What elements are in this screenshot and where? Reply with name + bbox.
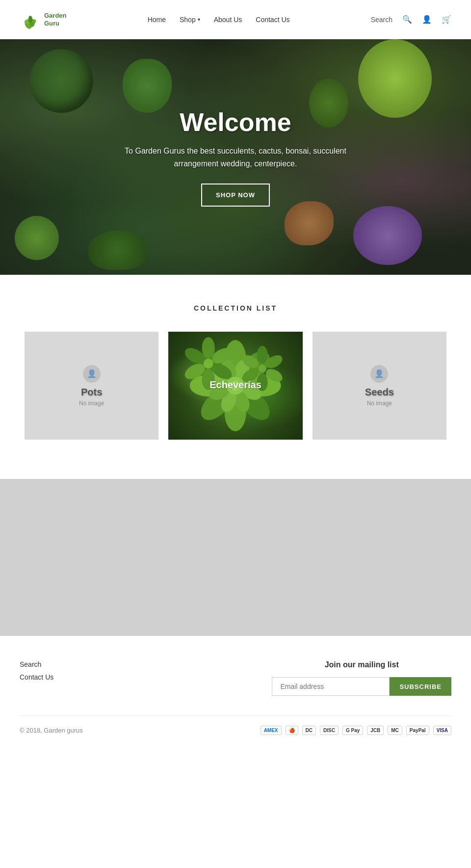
svg-point-3 xyxy=(25,20,28,24)
hero-content: Welcome To Garden Gurus the best succule… xyxy=(123,107,348,207)
footer-bottom: © 2018, Garden gurus AMEX 🍎 DC DISC G Pa… xyxy=(20,715,451,735)
svg-point-23 xyxy=(202,337,215,359)
collection-label-echeverias: Echeverías xyxy=(209,379,262,391)
hero-section: Welcome To Garden Gurus the best succule… xyxy=(0,39,471,275)
svg-point-4 xyxy=(33,19,36,23)
footer-top: Search Contact Us Join our mailing list … xyxy=(20,660,451,696)
payment-visa: VISA xyxy=(433,726,451,735)
collection-section: COLLECTION LIST Pots No image xyxy=(0,275,471,479)
collection-title: COLLECTION LIST xyxy=(20,304,451,312)
payment-discover: DISC xyxy=(320,726,339,735)
payment-paypal: PayPal xyxy=(406,726,429,735)
cactus-decoration-2 xyxy=(123,59,172,113)
svg-point-30 xyxy=(257,346,268,364)
cart-icon[interactable]: 🛒 xyxy=(442,15,451,24)
collection-label-pots: Pots xyxy=(81,387,102,398)
payment-amex: AMEX xyxy=(261,726,282,735)
mailing-title: Join our mailing list xyxy=(272,660,451,669)
footer-link-contact[interactable]: Contact Us xyxy=(20,673,53,681)
collection-card-pots[interactable]: Pots No image xyxy=(25,332,158,440)
no-image-icon-pots xyxy=(83,365,101,383)
nav-shop-link[interactable]: Shop xyxy=(180,16,196,24)
collection-label-seeds: Seeds xyxy=(365,387,394,398)
copyright-text: © 2018, Garden gurus xyxy=(20,727,83,734)
site-header: Garden Guru Home Shop ▾ About Us Contact… xyxy=(0,0,471,39)
svg-point-29 xyxy=(204,359,213,368)
no-image-icon-seeds xyxy=(370,365,388,383)
nav-shop[interactable]: Shop ▾ xyxy=(180,16,200,24)
email-input[interactable] xyxy=(272,677,390,696)
mailing-section: Join our mailing list SUBSCRIBE xyxy=(272,660,451,696)
subscribe-button[interactable]: SUBSCRIBE xyxy=(390,677,451,696)
hero-subtitle: To Garden Gurus the best succulents, cac… xyxy=(123,145,348,170)
header-right: Search 🔍 👤 🛒 xyxy=(371,15,451,24)
payment-jcb: JCB xyxy=(367,726,384,735)
cactus-decoration-7 xyxy=(353,206,422,265)
mailing-form: SUBSCRIBE xyxy=(272,677,451,696)
hero-title: Welcome xyxy=(123,107,348,137)
payment-gpay: G Pay xyxy=(342,726,363,735)
chevron-down-icon: ▾ xyxy=(198,17,200,22)
cactus-decoration-4 xyxy=(15,216,59,260)
collection-sublabel-pots: No image xyxy=(79,400,104,407)
site-footer: Search Contact Us Join our mailing list … xyxy=(0,636,471,750)
user-icon[interactable]: 👤 xyxy=(422,15,432,24)
gray-banner-section xyxy=(0,479,471,636)
payment-apple: 🍎 xyxy=(286,726,298,735)
collection-grid: Pots No image xyxy=(25,332,446,440)
nav-contact[interactable]: Contact Us xyxy=(256,16,289,24)
search-icon[interactable]: 🔍 xyxy=(402,15,412,24)
cactus-decoration-3 xyxy=(358,39,432,118)
logo-icon xyxy=(20,8,42,31)
main-nav: Home Shop ▾ About Us Contact Us xyxy=(148,16,290,24)
collection-card-seeds[interactable]: Seeds No image xyxy=(313,332,446,440)
payment-master: MC xyxy=(388,726,402,735)
logo[interactable]: Garden Guru xyxy=(20,8,67,31)
cactus-decoration-8 xyxy=(285,201,334,245)
collection-card-echeverias[interactable]: Echeverías xyxy=(168,332,302,440)
collection-sublabel-seeds: No image xyxy=(367,400,392,407)
nav-home[interactable]: Home xyxy=(148,16,166,24)
logo-text: Garden Guru xyxy=(44,12,67,27)
shop-now-button[interactable]: SHOP NOW xyxy=(201,184,270,207)
cactus-decoration-1 xyxy=(29,49,93,113)
nav-about[interactable]: About Us xyxy=(214,16,242,24)
payment-icons: AMEX 🍎 DC DISC G Pay JCB MC PayPal VISA xyxy=(261,726,451,735)
payment-diners: DC xyxy=(302,726,316,735)
cactus-decoration-5 xyxy=(88,231,147,270)
svg-point-36 xyxy=(259,365,266,372)
search-label: Search xyxy=(371,16,392,24)
footer-link-search[interactable]: Search xyxy=(20,660,53,668)
footer-links: Search Contact Us xyxy=(20,660,53,681)
